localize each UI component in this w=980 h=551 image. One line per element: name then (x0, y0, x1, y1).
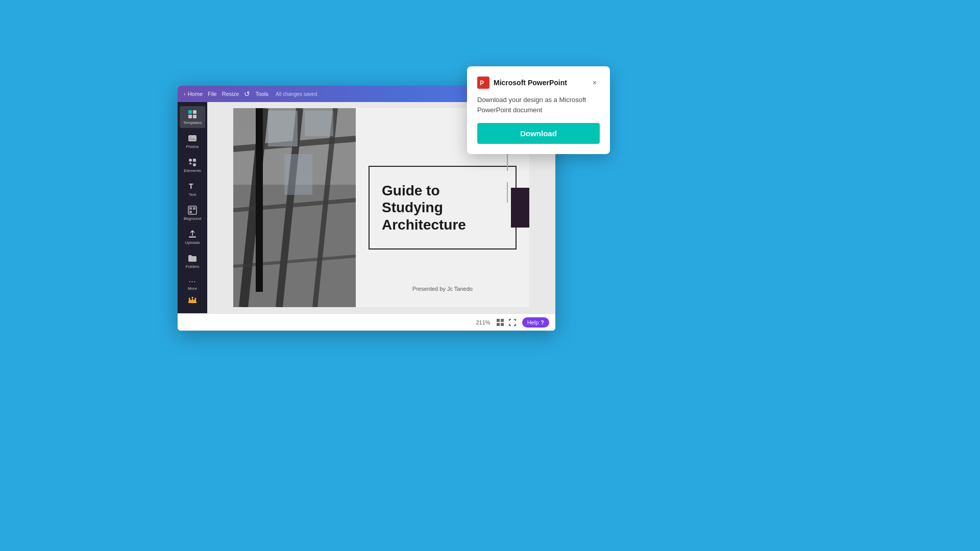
powerpoint-icon: P (477, 77, 489, 89)
sidebar-item-more[interactable]: ··· More (186, 274, 199, 294)
help-button[interactable]: Help ? (522, 317, 549, 328)
svg-point-16 (192, 297, 193, 298)
svg-rect-13 (189, 211, 192, 213)
bottom-icons (496, 318, 517, 327)
slide-subtitle: Presented by Jc Tanedo (356, 286, 529, 292)
slide-photo (233, 108, 356, 307)
nav-bar: ‹ Home File Resize ↺ Tools All changes s… (184, 90, 317, 98)
svg-rect-33 (501, 323, 504, 326)
popup-description: Download your design as a Microsoft Powe… (477, 95, 600, 115)
fullscreen-icon[interactable] (508, 318, 517, 327)
help-icon: ? (541, 319, 544, 325)
svg-rect-14 (189, 236, 196, 238)
bottom-bar: 211% Help ? (178, 313, 555, 331)
text-icon: T (187, 181, 198, 191)
sidebar-item-folders[interactable]: Folders (180, 250, 205, 272)
svg-rect-1 (193, 110, 197, 114)
popup-title-row: P Microsoft PowerPoint (477, 77, 567, 89)
templates-icon (187, 109, 198, 119)
more-label: More (188, 286, 197, 291)
nav-resize[interactable]: Resize (222, 91, 239, 97)
nav-file[interactable]: File (208, 91, 217, 97)
popup-close-button[interactable]: × (590, 78, 600, 88)
undo-button[interactable]: ↺ (244, 90, 250, 98)
background-label: Bkground (184, 216, 201, 221)
svg-rect-31 (501, 319, 504, 322)
architecture-photo (233, 108, 356, 307)
svg-text:P: P (480, 80, 484, 87)
svg-point-17 (195, 298, 197, 299)
grid-view-icon[interactable] (496, 318, 505, 327)
powerpoint-popup: P Microsoft PowerPoint × Download your d… (467, 66, 610, 154)
folders-icon (187, 253, 198, 263)
svg-rect-29 (233, 108, 356, 307)
text-label: Text (189, 192, 197, 197)
svg-rect-32 (497, 323, 500, 326)
dark-rect (511, 188, 529, 228)
svg-point-15 (189, 298, 190, 299)
uploads-label: Uploads (185, 240, 200, 245)
svg-point-6 (189, 159, 192, 162)
sidebar-item-elements[interactable]: Elements (180, 154, 205, 176)
elements-label: Elements (184, 168, 201, 173)
svg-rect-11 (189, 207, 192, 210)
svg-rect-7 (193, 159, 196, 162)
svg-rect-3 (193, 115, 197, 118)
sidebar-item-photos[interactable]: Photos (180, 130, 205, 152)
sidebar-item-templates[interactable]: Templates (180, 106, 205, 128)
svg-rect-12 (193, 207, 195, 210)
help-label: Help (527, 319, 539, 325)
chevron-left-icon: ‹ (184, 91, 186, 97)
popup-title: Microsoft PowerPoint (494, 79, 567, 87)
sidebar-item-text[interactable]: T Text (180, 178, 205, 200)
slide-title: Guide to Studying Architecture (382, 182, 503, 234)
elements-icon (187, 157, 198, 167)
zoom-level: 211% (476, 319, 491, 325)
nav-tools[interactable]: Tools (255, 91, 268, 97)
sidebar-item-background[interactable]: Bkground (180, 202, 205, 224)
vertical-line-2 (507, 182, 508, 203)
home-label[interactable]: Home (188, 91, 203, 97)
background-icon (187, 205, 198, 215)
photos-label: Photos (186, 144, 199, 149)
more-dots-icon: ··· (189, 277, 197, 285)
crown-icon (187, 296, 198, 311)
templates-label: Templates (183, 120, 202, 125)
folders-label: Folders (186, 264, 200, 269)
download-button[interactable]: Download (477, 123, 600, 144)
photos-icon (187, 133, 198, 143)
svg-rect-30 (497, 319, 500, 322)
svg-rect-8 (193, 163, 196, 166)
close-icon: × (593, 79, 597, 87)
svg-rect-0 (188, 110, 192, 114)
svg-rect-2 (188, 115, 192, 118)
sidebar: Templates Photos (178, 102, 207, 313)
svg-text:T: T (189, 182, 193, 190)
auto-save-status: All changes saved (276, 91, 317, 97)
popup-header: P Microsoft PowerPoint × (477, 77, 600, 89)
nav-home[interactable]: ‹ Home (184, 91, 203, 97)
uploads-icon (187, 229, 198, 239)
vertical-bar (256, 108, 263, 292)
svg-rect-4 (188, 135, 197, 141)
slide-title-box: Guide to Studying Architecture (369, 166, 517, 250)
sidebar-item-uploads[interactable]: Uploads (180, 226, 205, 248)
